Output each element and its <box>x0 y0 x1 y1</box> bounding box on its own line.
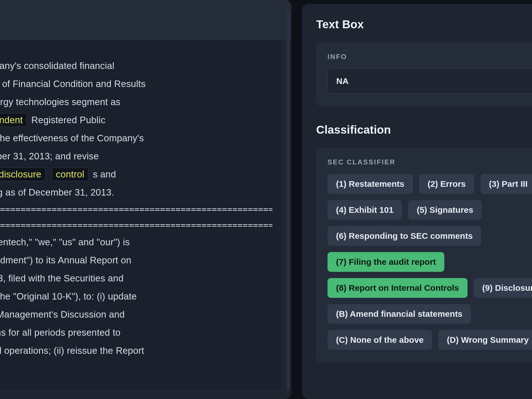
classifier-option-2[interactable]: (2) Errors <box>419 174 474 194</box>
document-body: is to update the Company's consolidated … <box>0 57 272 360</box>
highlighted-term: control <box>52 168 89 181</box>
info-value: NA <box>336 76 348 86</box>
classifier-label: SEC CLASSIFIER <box>328 158 532 166</box>
document-header <box>0 0 291 40</box>
highlighted-term: Independent <box>0 113 27 127</box>
classifier-option-6[interactable]: (6) Responding to SEC comments <box>328 226 481 246</box>
classifier-option-D[interactable]: (D) Wrong Summary <box>438 330 532 350</box>
classifier-card: SEC CLASSIFIER (1) Restatements(2) Error… <box>316 148 532 363</box>
document-line: ed December 31, 2013, filed with the Sec… <box>0 269 272 287</box>
info-label: INFO <box>328 53 532 61</box>
document-line: ding the Company's disclosure control s … <box>0 165 272 183</box>
scrollbar-track[interactable] <box>287 11 290 390</box>
document-line: eporting as of December 31, 2013; and re… <box>0 147 272 165</box>
classifier-option-5[interactable]: (5) Signatures <box>408 200 482 220</box>
textbox-section-title: Text Box <box>316 18 532 31</box>
info-value-box[interactable]: NA <box>328 69 532 94</box>
classifier-option-B[interactable]: (B) Amend financial statements <box>328 304 471 324</box>
separator-line: ========================================… <box>0 201 272 217</box>
document-line: over financial reporting as of December … <box>0 183 272 201</box>
classifier-options: (1) Restatements(2) Errors(3) Part III(4… <box>328 174 532 350</box>
document-line: rm 10-K/A (this "Amendment") to its Annu… <box>0 251 272 269</box>
document-line: c. ("the Company," "Rentech," "we," "us"… <box>0 233 272 251</box>
document-card: is to update the Company's consolidated … <box>0 40 283 391</box>
classifier-option-1[interactable]: (1) Restatements <box>328 174 413 194</box>
classifier-option-4[interactable]: (4) Exhibit 101 <box>328 200 402 220</box>
separator-line: ========================================… <box>0 217 272 233</box>
classifier-option-9[interactable]: (9) Disclosure <box>474 278 532 298</box>
highlighted-term: disclosure <box>0 168 46 181</box>
document-panel: is to update the Company's consolidated … <box>0 0 291 399</box>
side-panel: Text Box INFO NA Classification SEC CLAS… <box>302 4 532 399</box>
document-line: is to update the Company's consolidated … <box>0 57 272 75</box>
classifier-option-C[interactable]: (C) None of the above <box>328 330 432 350</box>
document-line: gment as discontinued operations; (ii) r… <box>0 342 272 360</box>
classifier-option-8[interactable]: (8) Report on Internal Controls <box>328 278 468 298</box>
document-line: ) on March 17, 2014 (the "Original 10-K"… <box>0 287 272 305</box>
document-line: scussion and Analysis of Financial Condi… <box>0 75 272 93</box>
document-line: the Report of Independent Registered Pub… <box>0 111 272 129</box>
document-line: d Results of Operations for all periods … <box>0 324 272 342</box>
document-line: ented to reflect its energy technologies… <box>0 93 272 111</box>
document-line: n's opinion regarding the effectiveness … <box>0 129 272 147</box>
classification-section-title: Classification <box>316 123 532 136</box>
app-viewport: is to update the Company's consolidated … <box>0 0 532 399</box>
info-card: INFO NA <box>316 42 532 107</box>
document-line: ncial statements and Management's Discus… <box>0 305 272 324</box>
classifier-option-3[interactable]: (3) Part III <box>481 174 532 194</box>
classifier-option-7[interactable]: (7) Filing the audit report <box>328 252 444 272</box>
